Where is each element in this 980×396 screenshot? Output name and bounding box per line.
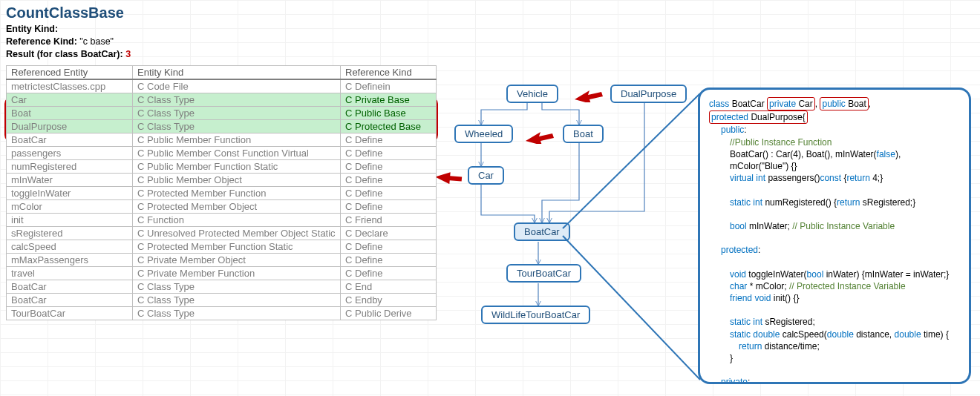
- reference-table: Referenced Entity Entity Kind Reference …: [6, 65, 437, 320]
- cell-ref: C Define: [341, 199, 437, 213]
- cell-entity: DualPurpose: [7, 119, 133, 133]
- table-row: BoatCarC Class TypeC End: [7, 280, 437, 293]
- cell-entity: Car: [7, 93, 133, 106]
- table-row: DualPurposeC Class TypeC Protected Base: [7, 119, 437, 133]
- table-row: calcSpeedC Protected Member Function Sta…: [7, 240, 437, 253]
- cell-kind: C Unresolved Protected Member Object Sta…: [133, 226, 341, 240]
- table-row: metrictestClasses.cppC Code FileC Define…: [7, 79, 437, 93]
- table-row: TourBoatCarC Class TypeC Public Derive: [7, 306, 437, 320]
- entity-kind-label: Entity Kind:: [6, 24, 58, 34]
- cell-entity: TourBoatCar: [7, 306, 133, 320]
- cell-entity: BoatCar: [7, 293, 133, 306]
- result-label: Result (for class BoatCar):: [6, 49, 123, 59]
- table-row: BoatCarC Public Member FunctionC Define: [7, 133, 437, 146]
- col-entity-kind: Entity Kind: [133, 65, 341, 79]
- table-row: CarC Class TypeC Private Base: [7, 93, 437, 106]
- cell-ref: C Friend: [341, 213, 437, 226]
- table-row: sRegisteredC Unresolved Protected Member…: [7, 226, 437, 240]
- table-row: mColorC Protected Member ObjectC Define: [7, 199, 437, 213]
- table-row: BoatCarC Class TypeC Endby: [7, 293, 437, 306]
- cell-ref: C Definein: [341, 79, 437, 93]
- cell-ref: C Define: [341, 159, 437, 173]
- cell-entity: passengers: [7, 146, 133, 159]
- result-value: 3: [125, 49, 131, 59]
- cell-kind: C Private Member Function: [133, 266, 341, 280]
- cell-entity: BoatCar: [7, 133, 133, 146]
- cell-ref: C Declare: [341, 226, 437, 240]
- table-row: initC FunctionC Friend: [7, 213, 437, 226]
- cell-kind: C Public Member Function: [133, 133, 341, 146]
- table-row: mInWaterC Public Member ObjectC Define: [7, 173, 437, 186]
- cell-entity: travel: [7, 266, 133, 280]
- cell-entity: metrictestClasses.cpp: [7, 79, 133, 93]
- reference-kind-value: "c base": [79, 36, 114, 47]
- cell-entity: init: [7, 213, 133, 226]
- cell-ref: C Private Base: [341, 93, 437, 106]
- cell-entity: calcSpeed: [7, 240, 133, 253]
- cell-kind: C Class Type: [133, 306, 341, 320]
- cell-ref: C End: [341, 280, 437, 293]
- table-row: BoatC Class TypeC Public Base: [7, 106, 437, 119]
- meta-block: Entity Kind: Reference Kind: "c base" Re…: [6, 23, 974, 61]
- cell-kind: C Code File: [133, 79, 341, 93]
- cell-ref: C Define: [341, 146, 437, 159]
- cell-ref: C Define: [341, 253, 437, 266]
- cell-kind: C Public Member Function Static: [133, 159, 341, 173]
- reference-kind-label: Reference Kind:: [6, 36, 77, 47]
- cell-kind: C Class Type: [133, 119, 341, 133]
- cell-kind: C Protected Member Function Static: [133, 240, 341, 253]
- cell-entity: mColor: [7, 199, 133, 213]
- cell-ref: C Protected Base: [341, 119, 437, 133]
- cell-entity: BoatCar: [7, 280, 133, 293]
- table-row: numRegisteredC Public Member Function St…: [7, 159, 437, 173]
- cell-entity: mInWater: [7, 173, 133, 186]
- cell-kind: C Class Type: [133, 106, 341, 119]
- cell-kind: C Class Type: [133, 280, 341, 293]
- cell-entity: Boat: [7, 106, 133, 119]
- cell-kind: C Class Type: [133, 93, 341, 106]
- cell-entity: sRegistered: [7, 226, 133, 240]
- table-row: mMaxPassengersC Private Member ObjectC D…: [7, 253, 437, 266]
- cell-kind: C Protected Member Object: [133, 199, 341, 213]
- cell-entity: mMaxPassengers: [7, 253, 133, 266]
- cell-ref: C Define: [341, 133, 437, 146]
- cell-ref: C Endby: [341, 293, 437, 306]
- table-row: passengersC Public Member Const Function…: [7, 146, 437, 159]
- cell-kind: C Function: [133, 213, 341, 226]
- cell-kind: C Class Type: [133, 293, 341, 306]
- col-referenced-entity: Referenced Entity: [7, 65, 133, 79]
- col-reference-kind: Reference Kind: [341, 65, 437, 79]
- table-row: travelC Private Member FunctionC Define: [7, 266, 437, 280]
- cell-ref: C Public Derive: [341, 306, 437, 320]
- cell-entity: numRegistered: [7, 159, 133, 173]
- cell-ref: C Define: [341, 186, 437, 199]
- table-row: toggleInWaterC Protected Member Function…: [7, 186, 437, 199]
- cell-entity: toggleInWater: [7, 186, 133, 199]
- cell-kind: C Public Member Object: [133, 173, 341, 186]
- page-title: CountClassBase: [6, 4, 974, 22]
- cell-kind: C Public Member Const Function Virtual: [133, 146, 341, 159]
- cell-ref: C Public Base: [341, 106, 437, 119]
- cell-kind: C Protected Member Function: [133, 186, 341, 199]
- cell-ref: C Define: [341, 173, 437, 186]
- cell-kind: C Private Member Object: [133, 253, 341, 266]
- cell-ref: C Define: [341, 266, 437, 280]
- cell-ref: C Define: [341, 240, 437, 253]
